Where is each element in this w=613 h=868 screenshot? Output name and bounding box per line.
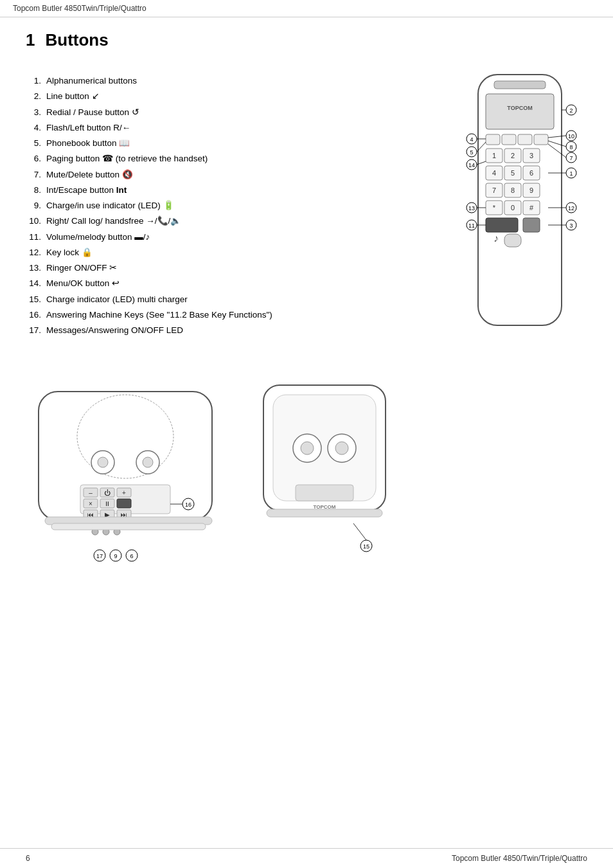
svg-text:4: 4 [492, 169, 496, 177]
svg-text:3: 3 [529, 152, 533, 159]
phone-diagram: TOPCOM 1 2 3 4 5 6 [440, 68, 587, 347]
svg-text:17: 17 [96, 553, 103, 559]
svg-text:TOPCOM: TOPCOM [507, 105, 532, 111]
svg-point-113 [301, 442, 314, 455]
svg-text:2: 2 [569, 107, 573, 114]
list-item: 10.Right/ Call log/ handsfree →/📞/🔈 [26, 215, 427, 228]
svg-text:#: # [529, 204, 534, 212]
svg-text:*: * [493, 204, 496, 212]
svg-point-77 [143, 457, 153, 467]
svg-text:–: – [89, 489, 93, 496]
svg-text:12: 12 [568, 205, 574, 212]
chapter-heading: 1 Buttons [26, 30, 587, 63]
svg-text:5: 5 [511, 169, 515, 177]
svg-rect-32 [486, 218, 518, 232]
footer-bar: 6 Topcom Butler 4850/Twin/Triple/Quattro [0, 848, 613, 868]
list-item: 9.Charge/in use indicator (LED) 🔋 [26, 199, 427, 212]
item-text: Line button ↙ [46, 90, 427, 103]
svg-rect-118 [267, 509, 382, 517]
svg-text:9: 9 [529, 186, 533, 194]
charger-diagram: TOPCOM 15 [251, 372, 405, 574]
list-item: 5.Phonebook button 📖 [26, 137, 427, 150]
list-item: 13.Ringer ON/OFF ✂ [26, 262, 427, 275]
item-number: 17. [26, 324, 46, 337]
item-text: Ringer ON/OFF ✂ [46, 262, 427, 275]
item-number: 9. [26, 199, 46, 212]
svg-text:⏻: ⏻ [104, 489, 111, 496]
svg-point-115 [335, 442, 348, 455]
item-number: 3. [26, 106, 46, 119]
svg-rect-116 [296, 485, 353, 501]
item-text: Messages/Answering ON/OFF LED [46, 324, 427, 337]
item-number: 5. [26, 137, 46, 150]
item-text: Key lock 🔒 [46, 246, 427, 259]
svg-text:♪: ♪ [493, 233, 499, 244]
list-item: 12.Key lock 🔒 [26, 246, 427, 259]
list-item: 11.Volume/melody button ▬/♪ [26, 231, 427, 244]
list-item: 1.Alphanumerical buttons [26, 75, 427, 87]
svg-rect-7 [534, 134, 548, 145]
svg-text:+: + [122, 489, 126, 496]
item-number: 13. [26, 262, 46, 275]
main-section: 1.Alphanumerical buttons2.Line button ↙3… [26, 75, 587, 347]
button-items-list: 1.Alphanumerical buttons2.Line button ↙3… [26, 75, 427, 337]
svg-text:2: 2 [511, 152, 515, 159]
svg-text:3: 3 [569, 222, 573, 229]
item-number: 10. [26, 215, 46, 228]
base-diagram: – ⏻ + × ⏸ ⏮ ▶ [26, 372, 231, 580]
item-text: Paging button ☎ (to retrieve the handset… [46, 152, 427, 165]
svg-text:7: 7 [492, 186, 496, 194]
svg-text:0: 0 [511, 204, 515, 212]
item-text: Redial / Pause button ↺ [46, 106, 427, 119]
svg-text:9: 9 [114, 553, 117, 559]
item-text: Alphanumerical buttons [46, 75, 427, 87]
item-text: Volume/melody button ▬/♪ [46, 231, 427, 244]
item-text: Answering Machine Keys (See "11.2 Base K… [46, 309, 427, 321]
svg-rect-5 [502, 134, 516, 145]
page-content: 1 Buttons 1.Alphanumerical buttons2.Line… [0, 17, 613, 606]
svg-text:6: 6 [529, 169, 533, 177]
svg-text:15: 15 [363, 543, 369, 550]
page-number: 6 [26, 854, 30, 863]
list-item: 6.Paging button ☎ (to retrieve the hands… [26, 152, 427, 165]
item-number: 11. [26, 231, 46, 244]
svg-rect-89 [117, 499, 131, 508]
list-item: 4.Flash/Left button R/← [26, 122, 427, 134]
svg-text:6: 6 [130, 553, 133, 559]
item-number: 14. [26, 277, 46, 290]
svg-text:×: × [89, 500, 93, 507]
header-title: Topcom Butler 4850Twin/Triple/Quattro [13, 4, 147, 13]
svg-rect-1 [494, 81, 546, 89]
item-text: Charge/in use indicator (LED) 🔋 [46, 199, 427, 212]
svg-text:11: 11 [468, 222, 475, 229]
svg-text:7: 7 [569, 155, 573, 161]
item-text: Phonebook button 📖 [46, 137, 427, 150]
svg-rect-33 [523, 218, 540, 232]
svg-text:⏸: ⏸ [104, 500, 111, 507]
item-text: Right/ Call log/ handsfree →/📞/🔈 [46, 215, 427, 228]
buttons-list: 1.Alphanumerical buttons2.Line button ↙3… [26, 75, 427, 347]
item-number: 6. [26, 152, 46, 165]
svg-text:16: 16 [185, 502, 191, 508]
svg-point-75 [98, 457, 108, 467]
charger-svg: TOPCOM 15 [251, 372, 405, 572]
svg-rect-35 [504, 234, 521, 247]
svg-rect-2 [486, 94, 554, 129]
list-item: 17.Messages/Answering ON/OFF LED [26, 324, 427, 337]
footer-product: Topcom Butler 4850/Twin/Triple/Quattro [452, 854, 587, 863]
svg-line-121 [353, 523, 366, 540]
svg-text:10: 10 [568, 133, 574, 140]
svg-text:1: 1 [492, 152, 496, 159]
svg-text:13: 13 [468, 205, 475, 212]
item-text: Flash/Left button R/← [46, 122, 427, 134]
item-number: 1. [26, 75, 46, 87]
svg-text:5: 5 [470, 149, 473, 156]
item-number: 16. [26, 309, 46, 321]
svg-text:4: 4 [470, 136, 473, 143]
item-text: Mute/Delete button 🔇 [46, 168, 427, 181]
header-bar: Topcom Butler 4850Twin/Triple/Quattro [0, 0, 613, 17]
chapter-title: Buttons [45, 30, 108, 50]
list-item: 15.Charge indicator (LED) multi charger [26, 293, 427, 306]
list-item: 7.Mute/Delete button 🔇 [26, 168, 427, 181]
svg-rect-103 [51, 523, 206, 530]
